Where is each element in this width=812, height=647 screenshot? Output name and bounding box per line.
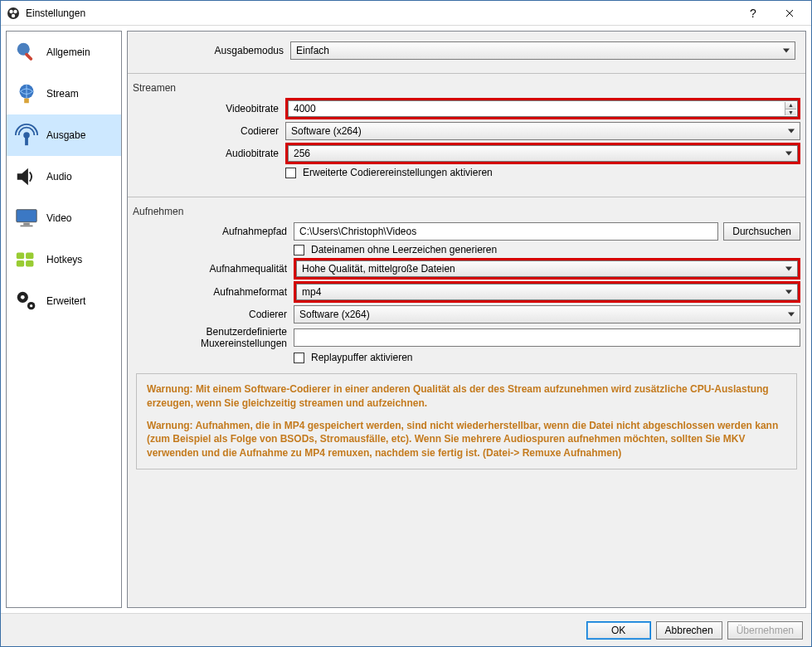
svg-point-8 <box>23 132 30 139</box>
spinner-buttons[interactable]: ▲▼ <box>785 102 796 115</box>
monitor-icon <box>13 205 40 231</box>
sidebar-item-allgemein[interactable]: Allgemein <box>7 32 121 73</box>
sidebar-item-erweitert[interactable]: Erweitert <box>7 280 121 322</box>
record-encoder-label: Codierer <box>133 309 290 320</box>
ok-button[interactable]: OK <box>586 621 651 640</box>
svg-point-1 <box>9 9 12 12</box>
audio-bitrate-label: Audiobitrate <box>133 148 282 159</box>
svg-point-2 <box>13 9 17 12</box>
sidebar-item-hotkeys[interactable]: Hotkeys <box>7 239 121 280</box>
sidebar-item-label: Erweitert <box>46 295 85 307</box>
globe-icon <box>13 80 40 107</box>
speaker-icon <box>13 163 40 190</box>
close-button[interactable] <box>771 2 808 25</box>
sidebar: Allgemein Stream Ausgabe Audio Video <box>6 31 122 608</box>
sidebar-item-label: Ausgabe <box>46 129 85 141</box>
sidebar-item-ausgabe[interactable]: Ausgabe <box>7 114 121 156</box>
svg-point-18 <box>21 295 25 299</box>
record-quality-label: Aufnahmequalität <box>133 263 290 275</box>
svg-rect-15 <box>17 260 24 267</box>
stream-encoder-label: Codierer <box>133 125 282 137</box>
dialog-footer: OK Abbrechen Übernehmen <box>1 613 811 646</box>
sidebar-item-label: Allgemein <box>46 46 90 58</box>
record-format-select[interactable]: mp4 <box>296 284 798 300</box>
sidebar-item-label: Stream <box>46 88 79 100</box>
warning-box: Warnung: Mit einem Software-Codierer in … <box>136 373 797 469</box>
video-bitrate-input[interactable]: 4000 ▲▼ <box>288 100 798 117</box>
record-path-label: Aufnahmepfad <box>133 226 290 237</box>
app-icon <box>6 6 21 21</box>
no-spaces-checkbox-label: Dateinamen ohne Leerzeichen generieren <box>311 244 497 255</box>
replay-buffer-checkbox[interactable] <box>294 353 304 363</box>
replay-buffer-checkbox-label: Replaypuffer aktivieren <box>311 352 413 363</box>
svg-rect-10 <box>17 210 36 222</box>
cancel-button[interactable]: Abbrechen <box>656 621 722 640</box>
apply-button[interactable]: Übernehmen <box>727 621 803 640</box>
sidebar-item-label: Hotkeys <box>46 254 82 265</box>
warning-text: Warnung: Mit einem Software-Codierer in … <box>147 382 786 411</box>
keyboard-icon <box>13 246 40 273</box>
record-encoder-select[interactable]: Software (x264) <box>294 305 800 324</box>
muxer-input[interactable] <box>294 328 800 347</box>
svg-rect-5 <box>24 52 33 61</box>
svg-rect-14 <box>26 253 33 260</box>
output-mode-label: Ausgabemodus <box>138 45 287 56</box>
record-quality-select[interactable]: Hohe Qualität, mittelgroße Dateien <box>296 260 798 277</box>
section-title-record: Aufnehmen <box>128 202 805 221</box>
output-mode-select[interactable]: Einfach <box>290 41 795 60</box>
svg-point-20 <box>30 304 32 307</box>
svg-rect-7 <box>24 99 29 104</box>
advanced-encoder-checkbox[interactable] <box>285 168 296 178</box>
section-title-stream: Streamen <box>128 79 805 97</box>
window-title: Einstellungen <box>26 7 735 19</box>
main-panel: Ausgabemodus Einfach Streamen Videobitra… <box>127 31 806 608</box>
sidebar-item-label: Audio <box>46 171 72 182</box>
record-path-input[interactable] <box>294 222 718 241</box>
svg-point-3 <box>12 13 15 17</box>
svg-rect-13 <box>17 253 24 260</box>
record-format-label: Aufnahmeformat <box>133 286 290 298</box>
stream-encoder-select[interactable]: Software (x264) <box>285 122 800 140</box>
warning-text: Warnung: Aufnahmen, die in MP4 gespeiche… <box>147 419 786 460</box>
no-spaces-checkbox[interactable] <box>294 245 304 255</box>
muxer-label: Benutzerdefinierte Muxereinstellungen <box>133 326 290 349</box>
sidebar-item-label: Video <box>46 212 71 224</box>
sidebar-item-video[interactable]: Video <box>7 197 121 239</box>
svg-rect-9 <box>25 138 28 145</box>
sidebar-item-audio[interactable]: Audio <box>7 156 121 197</box>
svg-rect-11 <box>23 223 30 226</box>
wrench-icon <box>13 39 40 66</box>
browse-button[interactable]: Durchsuchen <box>723 222 800 241</box>
broadcast-icon <box>13 122 40 148</box>
help-button[interactable]: ? <box>735 2 771 25</box>
sidebar-item-stream[interactable]: Stream <box>7 73 121 114</box>
title-bar: Einstellungen ? <box>1 1 811 26</box>
svg-rect-16 <box>26 260 33 267</box>
svg-rect-12 <box>21 225 33 226</box>
audio-bitrate-select[interactable]: 256 <box>288 145 798 162</box>
gears-icon <box>13 288 40 314</box>
video-bitrate-label: Videobitrate <box>133 103 282 114</box>
advanced-encoder-checkbox-label: Erweiterte Codierereinstellungen aktivie… <box>303 167 493 178</box>
